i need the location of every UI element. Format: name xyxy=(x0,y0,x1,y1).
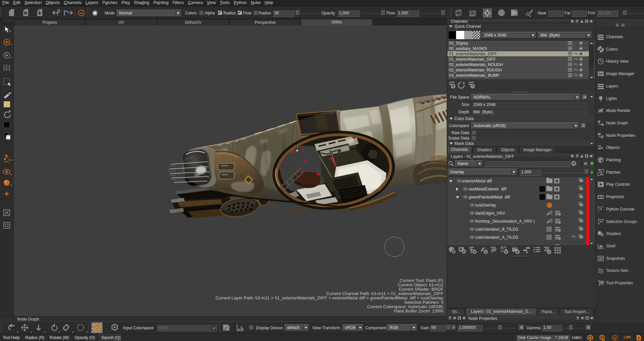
svg-text:(ɲ): (ɲ) xyxy=(599,73,602,76)
